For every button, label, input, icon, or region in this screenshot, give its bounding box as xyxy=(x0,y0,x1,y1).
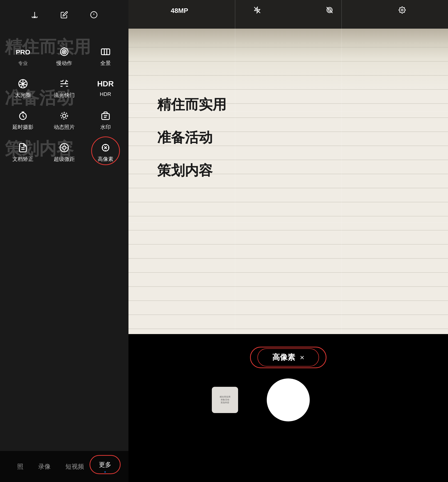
grid-h-line-1 xyxy=(128,111,448,112)
camera-topbar: 48MP xyxy=(128,0,448,22)
download-icon[interactable] xyxy=(29,9,40,20)
info-icon[interactable] xyxy=(88,9,99,20)
shutter-icon xyxy=(58,78,70,90)
svg-rect-9 xyxy=(101,49,110,55)
flash-icon[interactable] xyxy=(254,7,261,15)
live-icon xyxy=(58,110,70,122)
nav-shortvid[interactable]: 短视频 xyxy=(62,460,88,473)
shutter-button[interactable] xyxy=(267,378,310,421)
viewfinder: 48MP xyxy=(128,0,448,334)
nav-shortvid-label: 短视频 xyxy=(65,462,84,471)
mode-aperture[interactable]: 大光圈 xyxy=(2,73,44,103)
mode-macro[interactable]: 超级微距 xyxy=(44,137,85,167)
grid-lines xyxy=(128,0,448,334)
nav-video-label: 录像 xyxy=(38,462,51,471)
svg-point-25 xyxy=(61,112,68,119)
badge-container: 高像素 × xyxy=(257,348,319,366)
thumb-text: 精住而实用准备活动策划内容 xyxy=(220,396,231,404)
doc-icon xyxy=(17,142,29,154)
timer-icon xyxy=(17,110,29,122)
bottom-nav: 照 录像 短视频 更多 xyxy=(0,451,128,482)
watermark-icon xyxy=(100,110,112,122)
mode-hdr[interactable]: HDR HDR xyxy=(85,73,126,103)
macro-icon xyxy=(58,142,70,154)
svg-point-4 xyxy=(60,48,68,56)
settings-icon[interactable] xyxy=(399,7,406,15)
nav-more-dot xyxy=(104,471,106,473)
svg-rect-26 xyxy=(102,114,109,120)
top-toolbar xyxy=(0,0,128,25)
slowmo-icon xyxy=(58,46,70,58)
shutter-inner xyxy=(269,381,307,419)
nav-video[interactable]: 录像 xyxy=(34,460,55,473)
grid-v-line-2 xyxy=(342,0,342,334)
svg-point-37 xyxy=(401,9,403,11)
mode-slowmo[interactable]: 慢动作 xyxy=(44,41,85,71)
grid-h-line-2 xyxy=(128,223,448,223)
thumbnail-inner: 精住而实用准备活动策划内容 xyxy=(212,387,238,413)
nav-photo-label: 照 xyxy=(17,462,24,471)
mode-highpx-label: 高像素 xyxy=(98,155,113,163)
edit-icon[interactable] xyxy=(59,9,70,20)
grid-v-line-1 xyxy=(235,0,235,334)
mode-hdr-label: HDR xyxy=(100,91,111,97)
pro-icon: PRO xyxy=(17,46,29,58)
shutter-area: 精住而实用准备活动策划内容 xyxy=(212,378,365,421)
mode-aperture-label: 大光圈 xyxy=(15,92,31,99)
thumbnail-preview[interactable]: 精住而实用准备活动策划内容 xyxy=(212,387,238,413)
mode-shutter[interactable]: 流光快门 xyxy=(44,73,85,103)
hdr-icon: HDR xyxy=(97,79,114,88)
mode-doc-label: 文档矫正 xyxy=(12,155,33,163)
badge-label: 高像素 xyxy=(272,352,295,363)
svg-point-6 xyxy=(63,51,65,53)
svg-line-14 xyxy=(23,82,26,84)
right-panel: 48MP xyxy=(128,0,448,482)
aperture-icon xyxy=(17,78,29,90)
mode-live-label: 动态照片 xyxy=(54,124,75,131)
badge-close[interactable]: × xyxy=(300,353,304,362)
mode-doc[interactable]: 文档矫正 xyxy=(2,137,44,167)
svg-point-24 xyxy=(63,114,66,117)
svg-line-8 xyxy=(67,48,67,49)
highpx-icon xyxy=(100,142,112,154)
panorama-icon xyxy=(100,46,112,58)
svg-line-19 xyxy=(20,82,23,84)
mode-slowmo-label: 慢动作 xyxy=(56,60,72,67)
mode-panorama-label: 全景 xyxy=(100,60,111,67)
mode-timer-label: 延时摄影 xyxy=(12,124,33,131)
mode-watermark[interactable]: 水印 xyxy=(85,105,126,135)
mode-pro-label: 专业 xyxy=(18,60,28,67)
mode-macro-label: 超级微距 xyxy=(54,155,75,163)
shutter-right-spacer xyxy=(338,387,365,413)
high-pixel-badge[interactable]: 高像素 × xyxy=(257,348,319,366)
mode-panorama[interactable]: 全景 xyxy=(85,41,126,71)
nav-more[interactable]: 更多 xyxy=(95,458,115,475)
mp-label: 48MP xyxy=(171,7,188,15)
svg-point-5 xyxy=(62,50,66,54)
mode-live[interactable]: 动态照片 xyxy=(44,105,85,135)
mode-timer[interactable]: 延时摄影 xyxy=(2,105,44,135)
mode-pro[interactable]: PRO 专业 xyxy=(2,41,44,71)
left-panel: 精住而实用 准备活动 策划内容 xyxy=(0,0,128,482)
mode-watermark-label: 水印 xyxy=(100,124,111,131)
nav-photo[interactable]: 照 xyxy=(13,460,27,473)
beauty-icon[interactable] xyxy=(326,7,333,15)
nav-more-label: 更多 xyxy=(99,460,111,469)
mode-shutter-label: 流光快门 xyxy=(54,92,75,99)
bottom-controls: 高像素 × 精住而实用准备活动策划内容 xyxy=(128,334,448,482)
mode-highpx[interactable]: 高像素 xyxy=(85,137,126,167)
